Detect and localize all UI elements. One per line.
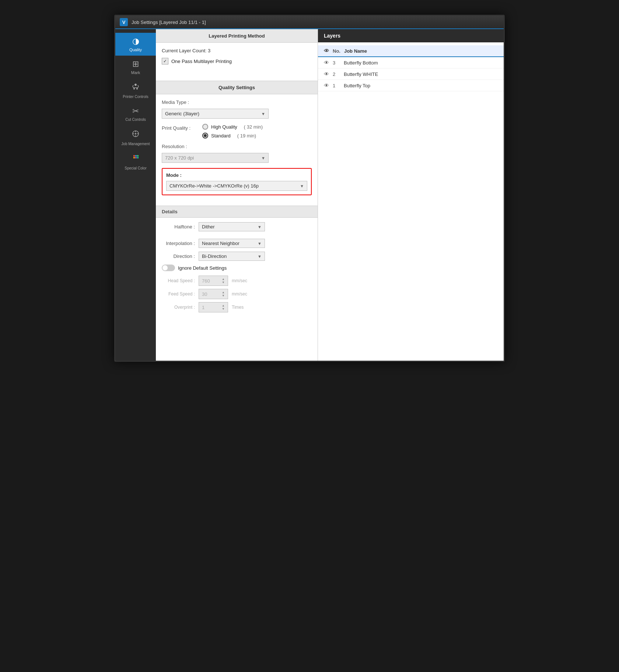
- layer-name-1: Butterfly Top: [344, 83, 370, 88]
- svg-marker-8: [133, 155, 135, 157]
- quality-icon: ◑: [132, 36, 139, 46]
- col-name: Job Name: [344, 48, 367, 54]
- layer-item-1[interactable]: 👁 1 Butterfly Top: [318, 80, 504, 91]
- quality-option-standard[interactable]: Standard ( 19 min): [202, 133, 263, 139]
- printer-controls-icon: [131, 82, 140, 93]
- radio-standard[interactable]: [202, 133, 208, 139]
- quality-option-high-time: ( 32 min): [244, 124, 263, 130]
- resolution-value: 720 x 720 dpi: [165, 155, 194, 161]
- direction-dropdown-arrow: ▼: [258, 254, 262, 259]
- overprint-spinner[interactable]: ▲▼: [222, 304, 225, 311]
- layer-num-3: 3: [333, 60, 340, 66]
- sidebar-item-label: Special Color: [125, 166, 146, 171]
- svg-marker-12: [135, 157, 137, 158]
- overprint-unit: Times: [232, 305, 244, 310]
- eye-icon-3[interactable]: 👁: [324, 60, 329, 66]
- mode-dropdown-arrow: ▼: [300, 184, 304, 188]
- eye-header-icon: 👁: [324, 48, 329, 54]
- interpolation-row: Interpolation : Nearest Neighbor ▼: [162, 239, 312, 248]
- quality-option-standard-time: ( 19 min): [237, 133, 256, 139]
- head-speed-label: Head Speed :: [162, 278, 195, 283]
- layers-list: 👁 No. Job Name 👁 3 Butterfly Bottom 👁 2: [318, 42, 504, 361]
- sidebar-item-mark[interactable]: ⊞ Mark: [115, 56, 156, 78]
- mark-icon: ⊞: [132, 59, 139, 69]
- interpolation-select[interactable]: Nearest Neighbor ▼: [199, 239, 265, 248]
- quality-settings-content: Media Type : Generic (3layer) ▼ Print Qu…: [156, 94, 318, 206]
- main-window: V Job Settings [Layered Job 11/1 - 1] ◑ …: [114, 15, 505, 362]
- layer-num-1: 1: [333, 83, 340, 88]
- feed-speed-spinner[interactable]: ▲▼: [222, 291, 225, 297]
- quality-option-high-label: High Quality: [211, 124, 237, 130]
- layered-printing-header: Layered Printing Method: [156, 29, 318, 43]
- layer-name-3: Butterfly Bottom: [344, 60, 378, 66]
- svg-marker-10: [137, 155, 139, 157]
- svg-point-0: [133, 88, 135, 90]
- feed-speed-input: 30 ▲▼: [199, 289, 228, 299]
- app-logo: V: [120, 18, 128, 26]
- eye-icon-2[interactable]: 👁: [324, 71, 329, 77]
- svg-point-3: [135, 133, 136, 134]
- svg-marker-11: [133, 157, 135, 158]
- halftone-dropdown-arrow: ▼: [258, 225, 262, 229]
- sidebar-item-job-management[interactable]: Job Management: [115, 126, 156, 150]
- window-title: Job Settings [Layered Job 11/1 - 1]: [132, 20, 206, 25]
- mode-label: Mode :: [166, 172, 307, 178]
- print-quality-label: Print Quality :: [162, 124, 199, 131]
- quality-option-high[interactable]: High Quality ( 32 min): [202, 124, 263, 130]
- ignore-label: Ignore Default Settings: [178, 265, 227, 271]
- direction-select[interactable]: Bi-Direction ▼: [199, 252, 265, 261]
- title-bar: V Job Settings [Layered Job 11/1 - 1]: [115, 16, 504, 29]
- halftone-row: Halftone : Dither ▼: [162, 222, 312, 231]
- media-type-label: Media Type :: [162, 99, 199, 105]
- media-type-select[interactable]: Generic (3layer) ▼: [162, 109, 269, 119]
- layers-panel-header: Layers: [318, 29, 504, 42]
- one-pass-checkbox[interactable]: ✓: [162, 58, 168, 64]
- eye-icon-1[interactable]: 👁: [324, 83, 329, 88]
- mode-value: CMYKOrRe->White ->CMYKOrRe (v) 16p: [169, 183, 259, 189]
- main-content: ◑ Quality ⊞ Mark Printer Controls: [115, 29, 504, 361]
- halftone-value: Dither: [202, 224, 215, 230]
- media-type-value: Generic (3layer): [165, 111, 199, 116]
- halftone-select[interactable]: Dither ▼: [199, 222, 265, 231]
- radio-high-quality[interactable]: [202, 124, 208, 130]
- resolution-dropdown-arrow: ▼: [261, 156, 265, 160]
- head-speed-row: Head Speed : 760 ▲▼ mm/sec: [162, 276, 312, 286]
- print-quality-section: Print Quality : High Quality ( 32 min): [162, 124, 312, 139]
- settings-panel: Layered Printing Method Current Layer Co…: [156, 29, 318, 361]
- media-type-dropdown-arrow: ▼: [261, 112, 265, 116]
- media-type-row: Media Type :: [162, 99, 312, 105]
- overprint-value: 1: [202, 305, 204, 310]
- sidebar-item-label: Printer Controls: [123, 95, 148, 99]
- layer-count: Current Layer Count: 3: [162, 48, 312, 53]
- layer-item-2[interactable]: 👁 2 Butterfly WHITE: [318, 69, 504, 80]
- resolution-label: Resolution :: [162, 144, 199, 149]
- quality-settings-header: Quality Settings: [156, 81, 318, 94]
- sidebar-item-special-color[interactable]: Special Color: [115, 150, 156, 174]
- layered-printing-content: Current Layer Count: 3 ✓ One Pass Multil…: [156, 43, 318, 73]
- resolution-select: 720 x 720 dpi ▼: [162, 153, 269, 163]
- sidebar-item-cut-controls[interactable]: ✂ Cut Controls: [115, 103, 156, 126]
- quality-option-standard-label: Standard: [211, 133, 231, 139]
- sidebar-item-label: Cut Controls: [125, 118, 146, 122]
- details-header: Details: [156, 206, 318, 218]
- mode-select[interactable]: CMYKOrRe->White ->CMYKOrRe (v) 16p ▼: [166, 181, 307, 191]
- svg-marker-13: [137, 157, 139, 158]
- quality-options: High Quality ( 32 min) Standard ( 19 min…: [202, 124, 263, 139]
- direction-row: Direction : Bi-Direction ▼: [162, 252, 312, 261]
- sidebar-item-label: Job Management: [121, 142, 150, 146]
- head-speed-spinner[interactable]: ▲▼: [222, 277, 225, 284]
- direction-value: Bi-Direction: [202, 253, 227, 259]
- svg-point-1: [136, 88, 138, 90]
- head-speed-unit: mm/sec: [232, 278, 247, 283]
- overprint-input: 1 ▲▼: [199, 302, 228, 312]
- sidebar-item-label: Quality: [129, 48, 142, 52]
- ignore-row: Ignore Default Settings: [162, 265, 312, 271]
- sidebar-item-quality[interactable]: ◑ Quality: [115, 33, 156, 56]
- job-management-icon: [131, 129, 140, 140]
- layer-item-3[interactable]: 👁 3 Butterfly Bottom: [318, 57, 504, 69]
- sidebar-item-printer-controls[interactable]: Printer Controls: [115, 78, 156, 103]
- col-num: No.: [333, 48, 340, 54]
- layer-name-2: Butterfly WHITE: [344, 71, 378, 77]
- ignore-toggle[interactable]: [162, 265, 175, 271]
- layers-panel: Layers 👁 No. Job Name 👁 3 Butterfly Bott…: [318, 29, 504, 361]
